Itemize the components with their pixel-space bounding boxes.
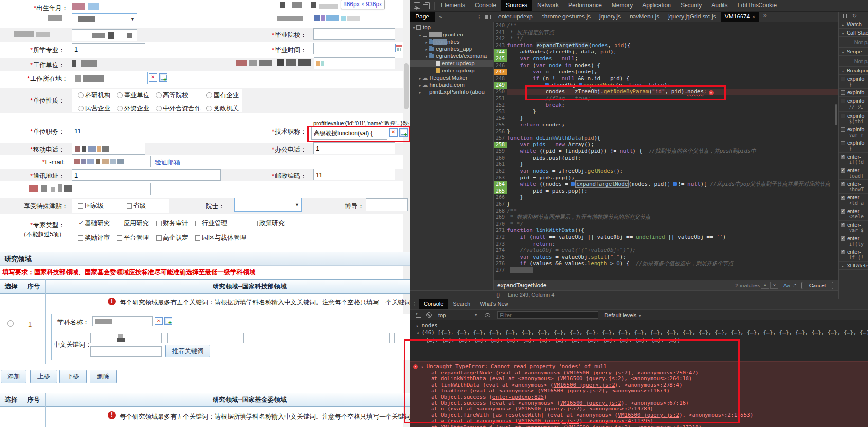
grad-school-input[interactable] [313,28,395,40]
xhr-breakpoints-section[interactable]: ▸ XHR/fetch Breakpoints [839,262,868,270]
device-toolbar-icon[interactable] [425,2,430,9]
drawer-menu-icon[interactable]: ⋮ [412,301,417,307]
add-button[interactable]: 添加 [1,370,26,383]
source-link[interactable]: enter-updexp:825 [492,394,544,400]
clear-selection-icon[interactable] [155,317,163,325]
redacted-input[interactable] [314,57,395,69]
regex-button[interactable]: .* [793,283,796,288]
file-tab-jquery-jqgrid-src-js[interactable]: jquery.jqGrid.src.js [664,12,720,22]
calendar-icon[interactable] [395,44,403,52]
tab-memory[interactable]: Memory [607,0,637,11]
source-link[interactable]: VM16500 jquery.js:2 [566,370,628,376]
move-down-button[interactable]: 下移 [59,370,87,383]
cancel-button[interactable]: Cancel [801,282,833,289]
tree-item-egrantres[interactable]: ▸egrantres [410,38,493,46]
redacted-input[interactable] [72,183,151,195]
keyword-input-2[interactable] [167,333,238,343]
breakpoint-checkbox[interactable] [841,141,845,145]
source-link[interactable]: VM16500 jquery.js:2 [518,406,579,412]
file-tab-navmenu-js[interactable]: navMenu.js [625,12,664,22]
console-tab-console[interactable]: Console [419,299,448,309]
tree-item-egrantweb-expmana[interactable]: ▾egrantweb/expmana [410,53,493,60]
open-picker-icon[interactable] [164,317,172,325]
line-number[interactable]: 276 [494,260,507,267]
breakpoint-item[interactable]: enter-showT [839,180,868,194]
tree-item-enter-updexp[interactable]: enter-updexp [410,67,493,74]
breakpoint-checkbox[interactable] [841,182,845,186]
line-number[interactable]: 274 [494,247,507,254]
more-tabs-icon[interactable]: » [439,14,442,20]
inline-breakpoint-icon[interactable] [571,182,575,186]
page-scrollbar-thumb[interactable] [404,63,409,109]
breakpoint-checkbox[interactable] [841,77,845,81]
line-number[interactable]: 246 [494,62,507,69]
line-number[interactable]: 258 [494,142,507,148]
breakpoint-checkbox[interactable] [841,90,845,95]
line-number[interactable]: 244 [494,49,507,55]
clear-selection-icon[interactable] [149,73,157,82]
tree-item-grant-cn[interactable]: ▾grant.cn [410,31,493,38]
collapse-navigator-icon[interactable] [485,15,491,19]
previous-match-button[interactable]: ∧ [761,282,769,289]
source-link[interactable]: VM16500 jquery.js:2 [518,418,579,424]
line-number[interactable]: 275 [494,254,507,261]
breakpoint-item[interactable]: enter-var $ [839,221,868,234]
tree-item-enter-updexp[interactable]: enter-updexp [410,60,493,67]
scope-section[interactable]: ▾ Scope [839,48,868,56]
tab-elements[interactable]: Elements [436,0,470,11]
verify-email-link[interactable]: 验证邮箱 [155,158,180,167]
tab-performance[interactable]: Performance [563,0,607,11]
tree-item-egrantres-app[interactable]: ▸egrantres_app [410,45,493,53]
line-number[interactable]: 277 [494,267,507,274]
keyword-input-5[interactable] [394,333,410,343]
doctoral-supervisor-input[interactable] [366,198,408,211]
checkbox-expert-type-5[interactable]: 奖励评审 [78,233,110,242]
subject-input[interactable] [92,316,153,326]
line-number[interactable]: 266 [494,194,507,201]
line-number[interactable]: 271 [494,227,507,234]
line-number[interactable]: 259 [494,148,507,155]
delete-button[interactable]: 删除 [90,370,117,383]
clear-selection-icon[interactable] [389,128,398,137]
line-number[interactable]: 254 [494,115,507,122]
console-filter-input[interactable] [497,311,598,319]
unit-duty-input[interactable] [72,125,145,137]
keyword-input-4[interactable] [319,333,390,343]
breakpoint-item[interactable]: expinfo// 先 [839,97,868,112]
line-number[interactable]: 245 [494,55,507,62]
source-link[interactable]: VM16500 jquery.js:2 [554,382,615,388]
checkbox-expert-type-3[interactable]: 行业管理 [195,219,227,228]
recommend-keywords-button[interactable]: 推荐关键词 [165,345,210,357]
file-tab-vm16674[interactable]: VM16674× [721,12,760,22]
breakpoint-item[interactable]: enter-if(!d [839,153,868,166]
radio-unit-nature-3[interactable]: 国有企业 [206,91,239,100]
line-number[interactable]: 268 [494,208,507,214]
navigator-menu-icon[interactable]: ⋮ [476,14,482,20]
line-number[interactable]: 265 [494,188,507,195]
line-number[interactable]: 269 [494,214,507,221]
breakpoint-item[interactable]: expinfovar r [839,125,868,139]
radio-unit-nature-7[interactable]: 党政机关 [206,104,239,113]
address-input[interactable] [72,169,221,181]
grad-time-input[interactable] [313,43,394,54]
tree-item-request-maker[interactable]: ▸☁Request Maker [410,74,493,82]
editor-scrollbar-thumb[interactable] [835,104,837,125]
line-number[interactable]: 262 [494,168,507,175]
line-number[interactable]: 251 [494,95,507,102]
line-number[interactable]: 247 [494,69,507,75]
pause-icon[interactable] [843,14,847,18]
inspect-element-icon[interactable] [414,2,420,9]
next-match-button[interactable]: ∨ [770,282,778,289]
line-number[interactable]: 249 [494,82,507,89]
radio-unit-nature-6[interactable]: 中外合资合作 [156,104,201,113]
breakpoint-item[interactable]: expinfo [839,89,868,97]
tab-console[interactable]: Console [470,0,501,11]
tab-application[interactable]: Application [637,0,676,11]
keyword-input-1[interactable] [90,333,162,343]
radio-unit-nature-0[interactable]: 科研机构 [78,91,110,100]
redacted-input[interactable] [72,29,137,41]
tab-security[interactable]: Security [676,0,706,11]
source-link[interactable]: VM16500 jquery.js:2 [560,375,621,382]
open-picker-icon[interactable] [159,73,167,82]
console-tab-search[interactable]: Search [448,299,475,309]
